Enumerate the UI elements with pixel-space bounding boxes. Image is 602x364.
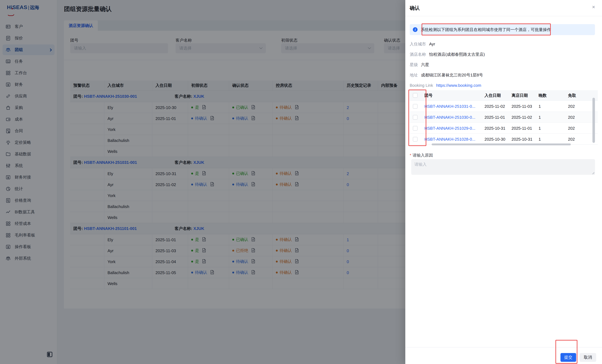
detail-row: 入住城市Ayr (410, 39, 598, 49)
checkin-cell: 2025-10-31 (481, 123, 508, 134)
detail-row: 酒店名称怡程酒店(成都春熙路太古里店) (410, 49, 598, 60)
drawer-table-row: HSBT-ANNAKH-251028-0...2025-10-302025-10… (410, 134, 598, 145)
detail-label: 地址 (410, 72, 418, 78)
nights-cell: 1 (535, 134, 565, 145)
reason-textarea[interactable] (411, 159, 595, 175)
drawer-table-header: 团号入住日期离店日期晚数免取 (410, 90, 598, 101)
column-header: 入住日期 (481, 90, 508, 101)
group-no-link[interactable]: HSBT-ANNAKH-251029-0... (424, 126, 475, 130)
close-icon[interactable]: × (592, 4, 595, 10)
hotel-details: 入住城市Ayr酒店名称怡程酒店(成都春熙路太古里店)星级六星地址成都锦江区暑袜北… (410, 39, 598, 91)
checkout-cell: 2025-11-02 (508, 112, 536, 123)
required-asterisk: * (410, 153, 411, 157)
reason-label-text: 请输入原因 (412, 153, 433, 157)
drawer-table-row: HSBT-ANNAKH-251031-0...2025-11-022025-11… (410, 101, 598, 112)
detail-label: 入住城市 (410, 41, 426, 47)
checkin-cell: 2025-11-02 (481, 101, 508, 112)
row-checkbox[interactable] (413, 115, 418, 120)
column-header: 晚数 (535, 90, 565, 101)
row-checkbox[interactable] (413, 137, 418, 141)
nights-cell: 1 (535, 112, 565, 123)
drawer-table: 团号入住日期离店日期晚数免取HSBT-ANNAKH-251031-0...202… (410, 90, 598, 145)
column-header: 团号 (421, 90, 481, 101)
detail-value: 成都锦江区暑袜北三街20号1层8号 (421, 72, 483, 78)
checkin-cell: 2025-10-30 (481, 134, 508, 145)
row-checkbox[interactable] (413, 126, 418, 130)
drawer-table-row: HSBT-ANNAKH-251030-0...2025-11-012025-11… (410, 112, 598, 123)
column-header: 离店日期 (508, 90, 536, 101)
detail-value: 六星 (421, 62, 429, 68)
confirm-drawer: 确认 × i 系统检测以下团组为系列团且在相同城市使用了同一个酒店，可批量操作 … (405, 0, 602, 364)
vertical-scrollbar[interactable] (592, 98, 595, 143)
detail-label: Booking Link (410, 83, 433, 88)
group-no-link[interactable]: HSBT-ANNAKH-251031-0... (424, 104, 475, 109)
booking-link[interactable]: https://www.booking.com (436, 83, 481, 88)
info-icon: i (413, 27, 418, 32)
detail-label: 酒店名称 (410, 52, 426, 57)
detail-value: 怡程酒店(成都春熙路太古里店) (429, 52, 485, 57)
cancel-button[interactable]: 取消 (580, 353, 596, 362)
submit-button[interactable]: 提交 (560, 353, 576, 362)
horizontal-scrollbar[interactable] (432, 144, 571, 145)
detail-row: 星级六星 (410, 60, 598, 70)
checkout-cell: 2025-11-03 (508, 101, 536, 112)
checkout-cell: 2025-10-31 (508, 134, 536, 145)
detail-value: Ayr (429, 42, 435, 46)
checkin-cell: 2025-11-01 (481, 112, 508, 123)
alert-message: 系统检测以下团组为系列团且在相同城市使用了同一个酒店，可批量操作 (421, 27, 551, 32)
drawer-title: 确认 (410, 5, 420, 11)
reason-label: *请输入原因 (410, 153, 433, 158)
detail-row: 地址成都锦江区暑袜北三街20号1层8号 (410, 70, 598, 80)
select-all-checkbox[interactable] (413, 93, 418, 98)
row-checkbox[interactable] (413, 104, 418, 109)
nights-cell: 1 (535, 101, 565, 112)
detail-row: Booking Linkhttps://www.booking.com (410, 80, 598, 91)
detail-label: 星级 (410, 62, 418, 68)
drawer-footer: 提交 取消 (405, 347, 602, 364)
nights-cell: 1 (535, 123, 565, 134)
checkout-cell: 2025-11-01 (508, 123, 536, 134)
info-alert: i 系统检测以下团组为系列团且在相同城市使用了同一个酒店，可批量操作 (410, 24, 595, 35)
screen: HiSEAS|远海 客户报价团组任务工作台财务供应商采购成本合同定价策略基础数据… (0, 0, 602, 364)
group-no-link[interactable]: HSBT-ANNAKH-251030-0... (424, 115, 475, 120)
group-no-link[interactable]: HSBT-ANNAKH-251028-0... (424, 137, 475, 141)
drawer-header: 确认 × (405, 0, 602, 16)
drawer-table-row: HSBT-ANNAKH-251029-0...2025-10-312025-11… (410, 123, 598, 134)
